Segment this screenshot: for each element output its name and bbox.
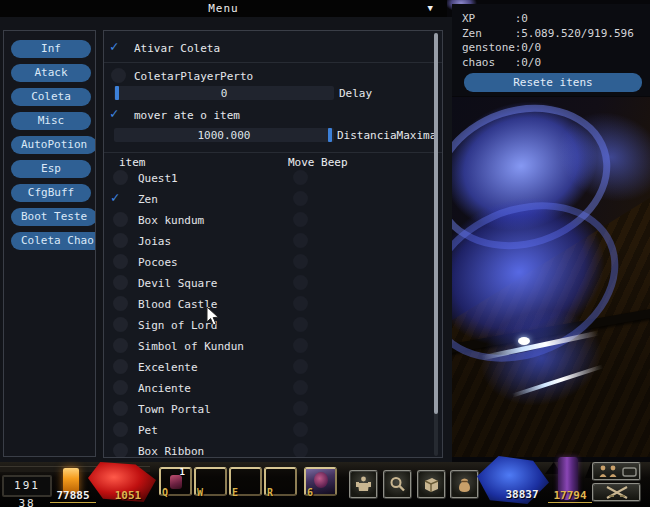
sidebar-tab-button[interactable]: Coleta Chao	[11, 232, 96, 250]
item-row[interactable]: ✓ Quest1	[104, 169, 436, 190]
item-row[interactable]: ✓ Zen	[104, 190, 436, 211]
move-beep-checkbox[interactable]	[293, 443, 308, 458]
checkbox-unchecked[interactable]	[113, 275, 128, 290]
skill-slot-w[interactable]: W	[194, 467, 227, 496]
sidebar: Inf Atack Coleta Misc AutoPotion Esp C	[3, 30, 96, 457]
item-row[interactable]: ✓ Town Portal	[104, 400, 436, 421]
checkbox-unchecked[interactable]	[113, 338, 128, 353]
move-beep-checkbox[interactable]	[293, 401, 308, 416]
toggle-mover-ate-item[interactable]: ✓ mover ate o item	[104, 107, 434, 125]
checkbox-unchecked[interactable]	[113, 359, 128, 374]
character-button[interactable]	[349, 470, 378, 499]
checkbox-unchecked[interactable]	[113, 170, 128, 185]
item-row[interactable]: ✓ Devil Square	[104, 274, 436, 295]
pillar-count: 17794	[548, 489, 592, 503]
toggle-ativar-coleta[interactable]: ✓ Ativar Coleta	[104, 40, 434, 58]
checkbox-unchecked[interactable]	[113, 380, 128, 395]
duel-button[interactable]	[592, 483, 641, 502]
sidebar-tab-button[interactable]: AutoPotion	[11, 136, 96, 154]
resete-itens-button[interactable]: Resete itens	[464, 73, 642, 92]
delay-slider[interactable]: 0	[114, 86, 334, 100]
sidebar-tab-button[interactable]: CfgBuff	[11, 184, 91, 202]
search-button[interactable]	[383, 470, 412, 499]
item-label: Devil Square	[138, 277, 217, 290]
stat-value: :5.089.520/919.596	[515, 27, 634, 40]
move-beep-checkbox[interactable]	[293, 170, 308, 185]
sidebar-tab-label: CfgBuff	[28, 186, 74, 199]
checkbox-unchecked[interactable]	[111, 68, 126, 83]
move-beep-checkbox[interactable]	[293, 296, 308, 311]
checkbox-unchecked[interactable]	[113, 317, 128, 332]
menu-titlebar[interactable]: Menu ▼	[0, 0, 447, 17]
move-beep-checkbox[interactable]	[293, 317, 308, 332]
item-row[interactable]: ✓ Anciente	[104, 379, 436, 400]
item-label: Joias	[138, 235, 171, 248]
item-row[interactable]: ✓ Joias	[104, 232, 436, 253]
divider	[104, 152, 443, 153]
item-row[interactable]: ✓ Pocoes	[104, 253, 436, 274]
item-label: Pet	[138, 424, 158, 437]
item-row[interactable]: ✓ Sign of Lord	[104, 316, 436, 337]
sidebar-tab-button[interactable]: Boot Teste	[11, 208, 96, 226]
move-beep-checkbox[interactable]	[293, 359, 308, 374]
scrollbar-track[interactable]	[434, 33, 438, 456]
coleta-panel: ✓ Ativar Coleta ColetarPlayerPerto 0 Del…	[103, 30, 443, 458]
skill-slot-r[interactable]: R	[264, 467, 297, 496]
checkbox-unchecked[interactable]	[113, 422, 128, 437]
coordinates-display: 191 38	[2, 475, 52, 497]
sidebar-tab-button[interactable]: Inf	[11, 40, 91, 58]
toggle-coletar-player-perto[interactable]: ColetarPlayerPerto	[104, 68, 434, 86]
slot-key-label: R	[267, 487, 273, 498]
skill-slot-e[interactable]: E	[229, 467, 262, 496]
slider-label: DistanciaMaxima	[337, 129, 436, 142]
move-beep-checkbox[interactable]	[293, 254, 308, 269]
checkbox-unchecked[interactable]	[113, 233, 128, 248]
inventory-button[interactable]	[450, 470, 479, 499]
move-beep-checkbox[interactable]	[293, 380, 308, 395]
stat-value: :0/0	[515, 41, 542, 54]
slot-key-label: 6	[307, 487, 313, 498]
slider-value: 0	[114, 87, 334, 100]
column-header-move-beep: Move Beep	[288, 156, 348, 169]
stat-row: Zen :5.089.520/919.596	[452, 27, 650, 42]
toggle-label: ColetarPlayerPerto	[134, 70, 253, 83]
move-beep-checkbox[interactable]	[293, 233, 308, 248]
item-row[interactable]: ✓ Pet	[104, 421, 436, 442]
checkbox-unchecked[interactable]	[113, 212, 128, 227]
sidebar-tab-button[interactable]: Coleta	[11, 88, 91, 106]
item-row[interactable]: ✓ Box Ribbon	[104, 442, 436, 458]
checkbox-unchecked[interactable]	[113, 443, 128, 458]
item-label: Box Ribbon	[138, 445, 204, 458]
item-row[interactable]: ✓ Simbol of Kundun	[104, 337, 436, 358]
skill-slot-6[interactable]: 6	[304, 467, 337, 496]
potion-item-icon	[170, 475, 182, 489]
checkbox-unchecked[interactable]	[113, 401, 128, 416]
sidebar-tab-button[interactable]: Misc	[11, 112, 91, 130]
crystal-count: 38837	[494, 488, 550, 501]
skill-slot-q[interactable]: 1 Q	[159, 467, 192, 496]
distancia-slider[interactable]: 1000.000	[114, 128, 334, 142]
move-beep-checkbox[interactable]	[293, 422, 308, 437]
party-button[interactable]	[592, 462, 641, 481]
check-icon[interactable]: ✓	[111, 189, 119, 205]
scrollbar-thumb[interactable]	[434, 33, 438, 414]
menu-title: Menu	[0, 2, 447, 15]
item-label: Pocoes	[138, 256, 178, 269]
sidebar-tab-button[interactable]: Esp	[11, 160, 91, 178]
item-row[interactable]: ✓ Excelente	[104, 358, 436, 379]
move-beep-checkbox[interactable]	[293, 212, 308, 227]
item-row[interactable]: ✓ Blood Castle	[104, 295, 436, 316]
chevron-down-icon[interactable]: ▼	[428, 3, 433, 13]
toggle-label: mover ate o item	[134, 109, 240, 122]
item-row[interactable]: ✓ Box kundum	[104, 211, 436, 232]
move-beep-checkbox[interactable]	[293, 338, 308, 353]
checkbox-unchecked[interactable]	[113, 296, 128, 311]
move-beep-checkbox[interactable]	[293, 275, 308, 290]
check-icon: ✓	[110, 38, 118, 54]
bag-icon	[455, 475, 474, 494]
storage-button[interactable]	[417, 470, 446, 499]
item-label: Sign of Lord	[138, 319, 217, 332]
move-beep-checkbox[interactable]	[293, 191, 308, 206]
sidebar-tab-button[interactable]: Atack	[11, 64, 91, 82]
checkbox-unchecked[interactable]	[113, 254, 128, 269]
